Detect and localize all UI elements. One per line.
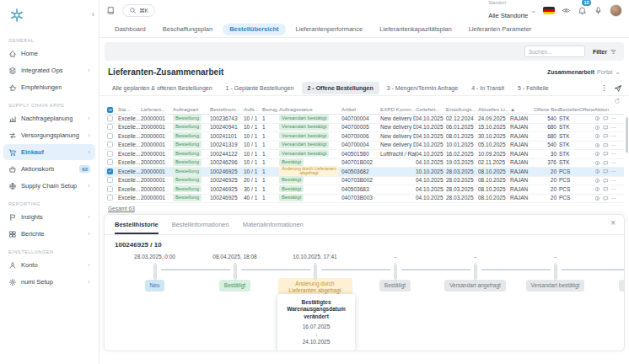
- more-actions-icon[interactable]: ⋯: [610, 142, 617, 148]
- info-icon[interactable]: [594, 133, 600, 139]
- column-header[interactable]: Bestellnum...: [210, 107, 240, 112]
- subtab-4-in-transit[interactable]: 4 - In Transit: [465, 82, 510, 94]
- info-icon[interactable]: [594, 142, 600, 148]
- subtab-3-mengen-termin-anfrage[interactable]: 3 - Mengen/Termin Anfrage: [381, 82, 464, 94]
- send-icon[interactable]: [614, 84, 622, 93]
- subtab-alle-geplanten-offenen-bestellungen[interactable]: Alle geplanten & offenen Bestellungen: [106, 82, 218, 94]
- sidebar-item-einkauf[interactable]: Einkauf›: [3, 144, 95, 160]
- info-icon[interactable]: [594, 125, 600, 131]
- comment-icon[interactable]: [603, 125, 609, 131]
- table-row[interactable]: Excelle...20000001Bestellung10024629610 …: [105, 159, 624, 169]
- more-actions-icon[interactable]: ⋯: [610, 115, 617, 121]
- column-header[interactable]: Aktion: [594, 107, 609, 112]
- sidebar-item-konto[interactable]: Konto›: [3, 257, 95, 273]
- row-checkbox[interactable]: [107, 195, 113, 201]
- more-actions-icon[interactable]: ⋯: [610, 151, 617, 157]
- table-row[interactable]: Excelle...20000001Bestellung10024692530 …: [105, 185, 624, 195]
- column-header[interactable]: Artikel: [341, 107, 356, 112]
- row-checkbox[interactable]: [107, 115, 113, 121]
- sidebar-item-supply-chain-setup[interactable]: Supply Chain Setup›: [3, 178, 95, 194]
- comment-icon[interactable]: [603, 195, 609, 201]
- view-picker[interactable]: Zusammenarbeit Portal ⌄: [547, 69, 621, 76]
- row-checkbox[interactable]: [107, 142, 113, 147]
- table-row[interactable]: Excelle...20000001Bestellung10024412210 …: [105, 150, 624, 159]
- row-checkbox[interactable]: [107, 169, 113, 174]
- info-icon[interactable]: [594, 195, 600, 201]
- column-header[interactable]: ▲: [510, 107, 515, 112]
- detail-tab-bestellhistorie[interactable]: Bestellhistorie: [115, 221, 159, 234]
- column-header[interactable]: EXPD Komm...: [380, 107, 416, 112]
- column-header[interactable]: Auftragsart: [173, 107, 198, 112]
- close-icon[interactable]: ×: [610, 219, 616, 228]
- sidebar-collapse-icon[interactable]: ‹: [92, 10, 94, 19]
- detail-tab-materialinformationen[interactable]: Materialinformationen: [243, 221, 304, 234]
- row-checkbox[interactable]: [107, 151, 113, 157]
- table-row[interactable]: Excelle...20000001Bestellung10024131910 …: [105, 142, 624, 151]
- notebook-icon[interactable]: [106, 6, 116, 15]
- column-header[interactable]: Bezug...: [262, 107, 279, 112]
- column-header[interactable]: Aktuelles Li...: [478, 107, 509, 112]
- search-input[interactable]: [524, 46, 585, 57]
- detail-tab-bestellinformationen[interactable]: Bestellinformationen: [172, 221, 229, 234]
- tab-dashboard[interactable]: Dashboard: [108, 24, 153, 35]
- sidebar-item-home[interactable]: Home: [3, 46, 95, 62]
- sidebar-item-berichte[interactable]: Berichte›: [3, 226, 95, 242]
- info-icon[interactable]: [594, 115, 600, 121]
- eye-icon[interactable]: [562, 6, 571, 15]
- table-row[interactable]: Excelle...20000001Bestellung10024110110 …: [105, 132, 624, 142]
- comment-icon[interactable]: [603, 169, 609, 174]
- info-icon[interactable]: [594, 186, 600, 192]
- column-header[interactable]: Erstellungs...: [446, 107, 476, 112]
- location-selector[interactable]: Standort Alle Standorte ⌄: [488, 0, 536, 21]
- column-header[interactable]: Auftragsstatus: [279, 107, 313, 112]
- select-all-checkbox[interactable]: [107, 107, 113, 113]
- column-header[interactable]: Geliefert...: [416, 107, 440, 112]
- tab-bestellübersicht[interactable]: Bestellübersicht: [223, 24, 285, 35]
- comment-icon[interactable]: [603, 178, 609, 184]
- column-header[interactable]: Lieferant...: [141, 107, 165, 112]
- sidebar-item-insights[interactable]: Insights›: [3, 209, 95, 225]
- info-icon[interactable]: [594, 151, 600, 157]
- table-row[interactable]: Excelle...20000001Bestellung10024692510 …: [105, 168, 624, 177]
- sidebar-item-versorgungsplanung[interactable]: Versorgungsplanung›: [3, 127, 95, 143]
- global-search-button[interactable]: ⌘K: [122, 4, 155, 17]
- row-checkbox[interactable]: [107, 133, 113, 139]
- comment-icon[interactable]: [603, 151, 609, 157]
- subtab-5-fehlteile[interactable]: 5 - Fehlteile: [512, 82, 555, 94]
- refresh-icon[interactable]: [614, 98, 621, 104]
- sidebar-item-aktionskorb[interactable]: Aktionskorb62: [3, 161, 95, 177]
- row-checkbox[interactable]: [107, 177, 113, 183]
- german-flag-icon[interactable]: [543, 7, 555, 14]
- user-avatar[interactable]: [610, 4, 622, 17]
- more-actions-icon[interactable]: ⋯: [610, 125, 617, 131]
- tab-lieferantenperformance[interactable]: Lieferantenperformance: [289, 24, 370, 35]
- tab-lieferantenkapazitätsplan[interactable]: Lieferantenkapazitätsplan: [373, 24, 458, 35]
- notifications-button[interactable]: 12: [578, 3, 587, 19]
- column-header[interactable]: Offene Best...: [534, 107, 559, 112]
- kebab-menu-icon[interactable]: ⋮: [600, 84, 608, 92]
- info-icon[interactable]: [594, 160, 600, 166]
- info-icon[interactable]: [594, 178, 600, 184]
- column-header[interactable]: Auftr...: [244, 107, 259, 112]
- table-row[interactable]: Excelle...20000001Bestellung10024094110 …: [105, 124, 624, 133]
- comment-icon[interactable]: [603, 133, 609, 139]
- comment-icon[interactable]: [603, 160, 609, 166]
- table-row[interactable]: Excelle...20000001Bestellung10023674310 …: [105, 115, 624, 124]
- subtab-2-offene-bestellungen[interactable]: 2 - Offene Bestellungen: [302, 82, 379, 94]
- info-icon[interactable]: [594, 169, 600, 174]
- subtab-1-geplante-bestellungen[interactable]: 1 - Geplante Bestellungen: [220, 82, 300, 94]
- comment-icon[interactable]: [603, 186, 609, 192]
- more-actions-icon[interactable]: ⋯: [610, 195, 617, 201]
- tab-beschaffungsplan[interactable]: Beschaffungsplan: [156, 24, 220, 35]
- row-checkbox[interactable]: [107, 186, 113, 192]
- more-actions-icon[interactable]: ⋯: [610, 160, 617, 166]
- comment-icon[interactable]: [603, 115, 609, 121]
- sidebar-item-empfehlungen[interactable]: Empfehlungen: [3, 79, 95, 95]
- sidebar-item-numi-setup[interactable]: numi Setup›: [3, 274, 95, 290]
- more-actions-icon[interactable]: ⋯: [610, 186, 617, 192]
- column-header[interactable]: Sta...: [118, 107, 130, 112]
- column-header[interactable]: Bestellein...: [559, 107, 579, 112]
- table-row[interactable]: Excelle...20000001Bestellung10024692520 …: [105, 177, 624, 186]
- sidebar-item-nachfrageplanung[interactable]: Nachfrageplanung›: [3, 110, 95, 126]
- row-checkbox[interactable]: [107, 159, 113, 165]
